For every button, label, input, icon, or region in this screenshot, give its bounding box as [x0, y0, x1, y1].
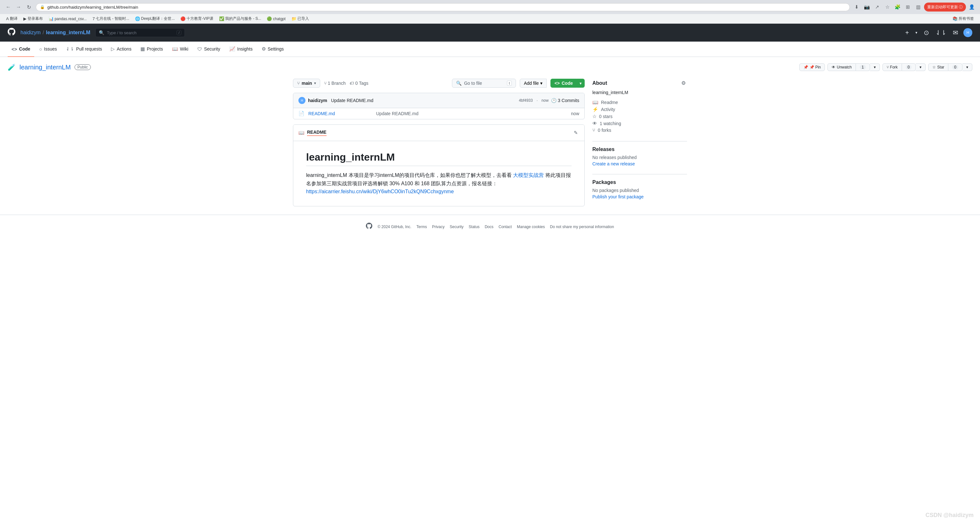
readme-link-camp[interactable]: 大模型实战营 [513, 172, 544, 178]
bookmark-chatgpt[interactable]: 🟢 chatgpt [264, 15, 288, 22]
sidebar-meta-readme[interactable]: 📖 Readme [592, 99, 687, 106]
readme-edit-button[interactable]: ✎ [573, 129, 579, 137]
nav-label-settings: Settings [268, 46, 284, 51]
nav-item-wiki[interactable]: 📖 Wiki [168, 41, 192, 57]
github-logo[interactable] [8, 28, 15, 37]
tags-icon: 🏷 [350, 81, 354, 86]
forward-button[interactable]: → [14, 3, 23, 11]
footer-status[interactable]: Status [469, 224, 479, 229]
branch-selector[interactable]: ⑂ main ▾ [293, 79, 320, 88]
nav-item-projects[interactable]: ▦ Projects [137, 41, 167, 57]
watch-icon: 👁 [832, 65, 835, 69]
watch-button[interactable]: 👁 Unwatch [827, 64, 856, 71]
pull-requests-button[interactable]: ⇃⇂ [934, 27, 948, 38]
code-dropdown-button[interactable]: ▾ [577, 79, 585, 88]
fork-icon: ⑂ [887, 65, 889, 69]
share-button[interactable]: ↗ [873, 3, 882, 11]
bookmark-pandas[interactable]: 📊 pandas.read_csv... [46, 15, 89, 22]
pin-button[interactable]: 📌 📌 Pin [799, 64, 825, 71]
footer-do-not-share[interactable]: Do not share my personal information [550, 224, 614, 229]
breadcrumb-repo[interactable]: learning_internLM [46, 30, 91, 35]
footer-docs[interactable]: Docs [485, 224, 493, 229]
branches-link[interactable]: ⑂ 1 Branch [324, 81, 346, 86]
download-button[interactable]: ⬇ [853, 3, 861, 11]
bookmark-imported[interactable]: 📁 已导入 [289, 15, 311, 22]
nav-item-security[interactable]: 🛡 Security [194, 42, 224, 57]
commit-time: now [541, 98, 549, 103]
nav-label-issues: Issues [44, 46, 57, 51]
star-count-button[interactable]: 0 [948, 64, 963, 71]
bookmark-allbooks[interactable]: 📚 所有书签 [950, 15, 976, 22]
fork-dropdown-button[interactable]: ▾ [916, 64, 926, 71]
bookmark-button[interactable]: ☆ [883, 3, 892, 11]
file-name-link[interactable]: README.md [308, 111, 372, 116]
sidebar-meta-activity[interactable]: ⚡ Activity [592, 106, 687, 113]
commits-count-link[interactable]: 🕐 3 Commits [551, 98, 579, 103]
nav-item-pull-requests[interactable]: ⇃⇂ Pull requests [62, 41, 106, 57]
tags-link[interactable]: 🏷 0 Tags [350, 81, 369, 86]
extensions-button[interactable]: 🧩 [893, 3, 902, 11]
add-file-button[interactable]: Add file ▾ [520, 79, 547, 88]
watch-count-button[interactable]: 1 [856, 64, 870, 71]
code-button[interactable]: <> Code [550, 79, 577, 88]
star-dropdown-button[interactable]: ▾ [963, 64, 972, 71]
footer-terms[interactable]: Terms [417, 224, 427, 229]
commit-hash[interactable]: 4bf4933 [519, 98, 533, 103]
sidebar-meta-forks[interactable]: ⑂ 0 forks [592, 127, 687, 134]
bookmark-login[interactable]: ▶ 登录幕布 [21, 15, 45, 22]
star-count: 0 [952, 65, 958, 69]
reload-button[interactable]: ↻ [24, 3, 33, 11]
watch-action-group: 👁 Unwatch 1 ▾ [827, 64, 880, 71]
sidebar-meta-watching[interactable]: 👁 1 watching [592, 120, 687, 127]
breadcrumb-user[interactable]: haidizym [21, 30, 41, 35]
readme-url-link[interactable]: https://aicarrier.feishu.cn/wiki/DjY6whC… [306, 189, 454, 194]
nav-item-issues[interactable]: ○ Issues [35, 42, 61, 57]
bookmark-imported-label: 已导入 [298, 16, 309, 21]
copilot-button[interactable]: ⊙ [923, 27, 931, 38]
fork-action-group: ⑂ Fork 0 ▾ [883, 64, 926, 71]
user-avatar[interactable]: H [963, 28, 972, 37]
avatar-button[interactable]: 👤 [967, 3, 976, 11]
restart-button[interactable]: 重新启动即可更新 ⓘ [924, 3, 966, 11]
sidebar-gear-button[interactable]: ⚙ [680, 79, 687, 88]
back-button[interactable]: ← [4, 3, 13, 11]
sidebar-about-title: About [592, 80, 607, 86]
profile-button[interactable]: ⊞ [904, 3, 913, 11]
plus-dropdown-button[interactable]: ▾ [914, 29, 919, 36]
bookmark-login-label: 登录幕布 [27, 16, 43, 21]
nav-item-code[interactable]: <> Code [8, 42, 34, 57]
nav-item-settings[interactable]: ⚙ Settings [258, 41, 288, 57]
bookmark-shiyue[interactable]: 🔴 十方教育-VIP课 [178, 15, 215, 22]
bookmark-translate[interactable]: A 翻译 [4, 15, 20, 22]
footer-manage-cookies[interactable]: Manage cookies [517, 224, 545, 229]
commit-author[interactable]: haidizym [308, 98, 327, 103]
repo-title[interactable]: learning_internLM [19, 64, 71, 71]
watch-dropdown-button[interactable]: ▾ [870, 64, 880, 71]
bookmark-deepl[interactable]: 🌐 DeepL翻译：全世... [133, 15, 177, 22]
publish-package-link[interactable]: Publish your first package [592, 194, 644, 199]
address-bar[interactable]: 🔒 github.com/haidizym/learning_internLM/… [36, 3, 850, 11]
footer-security[interactable]: Security [450, 224, 463, 229]
sidebar-toggle[interactable]: ▥ [914, 3, 923, 11]
bookmark-july[interactable]: 7 七月在线 - 智能时... [90, 15, 132, 22]
footer-contact[interactable]: Contact [499, 224, 512, 229]
imported-icon: 📁 [291, 16, 296, 21]
nav-item-actions[interactable]: ▷ Actions [107, 41, 135, 57]
github-page: haidizym / learning_internLM 🔍 Type / to… [0, 24, 980, 523]
nav-item-insights[interactable]: 📈 Insights [226, 41, 256, 57]
edit-icon: ✎ [574, 130, 578, 135]
fork-count-button[interactable]: 0 [902, 64, 916, 71]
footer-privacy[interactable]: Privacy [432, 224, 445, 229]
inbox-button[interactable]: ✉ [951, 27, 959, 38]
stars-meta-icon: ☆ [592, 114, 597, 119]
create-release-link[interactable]: Create a new release [592, 161, 635, 166]
screenshot-button[interactable]: 📷 [862, 3, 872, 11]
search-bar[interactable]: 🔍 Type / to search / [95, 28, 185, 37]
fork-button[interactable]: ⑂ Fork [883, 64, 902, 71]
bookmark-product[interactable]: ✅ 我的产品与服务 - S... [217, 15, 264, 22]
sidebar-meta-stars[interactable]: ☆ 0 stars [592, 113, 687, 120]
star-button[interactable]: ☆ Star [928, 64, 948, 71]
go-to-file-input[interactable]: 🔍 Go to file t [452, 79, 516, 88]
plus-button[interactable]: + [904, 28, 910, 38]
issues-icon: ○ [39, 46, 42, 52]
